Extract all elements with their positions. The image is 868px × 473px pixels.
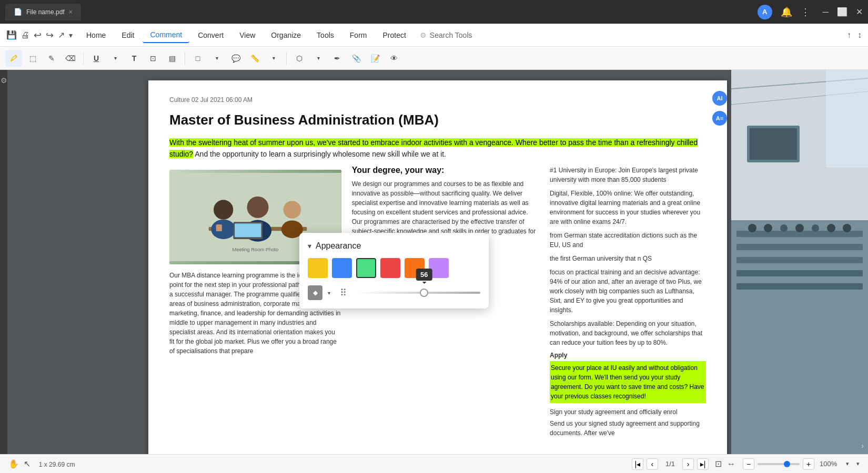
page-display-dropdown[interactable]: ▾ [856,460,860,467]
textbox-btn[interactable]: ▤ [164,50,180,67]
search-tools[interactable]: ⚙ Search Tools [415,29,478,42]
right-col-4: the first German university that n QS [550,254,706,263]
nav-comment[interactable]: Comment [143,27,189,43]
opacity-dropdown[interactable]: ▾ [328,290,330,296]
eraser-btn[interactable]: ⌫ [62,50,79,67]
svg-rect-10 [216,224,222,231]
nav-tools[interactable]: Tools [309,28,341,43]
appearance-chevron[interactable]: ▾ [308,242,311,250]
opacity-color-btn[interactable]: ◆ [308,285,322,300]
pattern-icon[interactable]: ⠿ [336,285,350,300]
print-icon[interactable]: 🖨 [21,30,29,40]
zoom-level[interactable]: 100% [820,460,841,468]
nav-view[interactable]: View [232,28,263,43]
window-controls: 💾 🖨 ↩ ↪ ↗ ▾ [6,29,73,41]
search-tools-icon: ⚙ [420,31,427,39]
left-sidebar-settings[interactable]: ⚙ [1,76,7,85]
page-counter[interactable]: 1/1 [661,460,679,468]
next-page-btn[interactable]: › [682,458,694,470]
attach-btn[interactable]: 📎 [348,50,365,67]
ai-tool-btn[interactable]: AI [712,91,727,106]
collapse-icon[interactable]: ↕ [857,30,862,40]
svg-point-2 [214,200,233,219]
document-area[interactable]: Culture 02 Jul 2021 06:00 AM Master of B… [7,70,868,454]
maximize-button[interactable]: ⬜ [837,7,847,17]
notification-bell[interactable]: 🔔 [781,6,792,18]
nav-home[interactable]: Home [79,28,113,43]
browser-actions: A 🔔 ⋮ ─ ⬜ ✕ [758,5,863,19]
share-icon[interactable]: ↗ [58,30,65,40]
nav-edit[interactable]: Edit [114,28,142,43]
opacity-slider[interactable]: 56 [356,287,480,298]
nav-protect[interactable]: Protect [375,28,413,43]
toolbar: 🖍 ⬚ ✎ ⌫ U ▾ T ⊡ ▤ □ ▾ 💬 📏 ▾ ⬡ ▾ [0,47,868,70]
zoom-out-btn[interactable]: − [743,458,754,470]
right-col-3: from German state accreditation dictions… [550,231,706,250]
right-image-sidebar: › [731,70,868,454]
text-btn[interactable]: T [126,50,143,67]
slider-thumb[interactable] [420,289,428,297]
first-page-btn[interactable]: |◂ [632,458,643,470]
stamp-dropdown[interactable]: ▾ [310,50,327,67]
zoom-slider[interactable] [758,463,800,465]
close-button[interactable]: ✕ [856,7,863,17]
stamp-btn[interactable]: ⬡ [291,50,308,67]
intro-paragraph: With the sweltering heat of summer upon … [169,137,706,160]
eye-btn[interactable]: 👁 [386,50,402,67]
crop-btn[interactable]: ⊡ [145,50,162,67]
sidebar-image-inner [731,70,868,454]
svg-point-25 [748,224,756,232]
redo-icon[interactable]: ↪ [46,29,54,41]
status-right: ⊡ ↔ − + 100% ▾ ▾ [715,458,860,470]
svg-rect-23 [736,270,863,276]
user-avatar[interactable]: A [758,5,772,19]
zoom-in-btn[interactable]: + [803,458,814,470]
rectangle-btn[interactable]: □ [189,50,206,67]
color-swatch-yellow[interactable] [308,258,328,278]
a-tool-btn[interactable]: A≡ [712,111,727,126]
upload-icon[interactable]: ↑ [847,30,851,40]
minimize-button[interactable]: ─ [823,7,829,17]
color-swatch-red[interactable] [380,258,400,278]
nav-organize[interactable]: Organize [264,28,308,43]
color-swatch-green[interactable] [356,258,376,278]
ruler-btn[interactable]: 📏 [246,50,263,67]
underline-dropdown[interactable]: ▾ [107,50,124,67]
more-options-icon[interactable]: ⋮ [801,6,810,18]
dropdown-icon[interactable]: ▾ [69,31,73,39]
highlight-btn[interactable]: 🖍 [5,50,22,67]
underline-btn[interactable]: U [88,50,105,67]
comment-btn[interactable]: 💬 [227,50,244,67]
nav-convert[interactable]: Convert [190,28,231,43]
pen-btn[interactable]: ✒ [329,50,346,67]
tab-close-button[interactable]: × [69,8,73,16]
app-bar: 💾 🖨 ↩ ↪ ↗ ▾ Home Edit Comment Convert Vi… [0,24,868,47]
opacity-row: ◆ ▾ ⠿ 56 [308,285,480,300]
view-options-dropdown[interactable]: ▾ [846,460,849,467]
pencil-btn[interactable]: ✎ [43,50,60,67]
select-text-btn[interactable]: ⬚ [24,50,41,67]
fit-page-btn[interactable]: ⊡ [715,459,722,469]
prev-page-btn[interactable]: ‹ [647,458,658,470]
color-swatch-blue[interactable] [332,258,352,278]
svg-point-30 [827,224,835,232]
nav-form[interactable]: Form [342,28,375,43]
note-btn[interactable]: 📝 [367,50,383,67]
appearance-header: ▾ Appearance [308,241,480,251]
svg-point-28 [795,224,804,232]
scroll-right[interactable]: › [861,441,864,450]
undo-icon[interactable]: ↩ [34,29,42,41]
separator-3 [286,52,287,65]
zoom-thumb [784,461,790,467]
browser-tab[interactable]: 📄 File name.pdf × [5,4,81,20]
normal-text-1: And the opportunity to learn a surprisin… [195,150,446,158]
save-icon[interactable]: 💾 [6,30,17,40]
ruler-dropdown[interactable]: ▾ [265,50,282,67]
cursor-tool[interactable]: ↖ [24,459,31,468]
shape-dropdown[interactable]: ▾ [208,50,225,67]
fit-width-btn[interactable]: ↔ [727,459,735,469]
last-page-btn[interactable]: ▸| [697,458,709,470]
nav-actions-right: ↑ ↕ [847,30,862,40]
hand-tool[interactable]: ✋ [8,459,19,468]
svg-rect-18 [750,128,797,160]
